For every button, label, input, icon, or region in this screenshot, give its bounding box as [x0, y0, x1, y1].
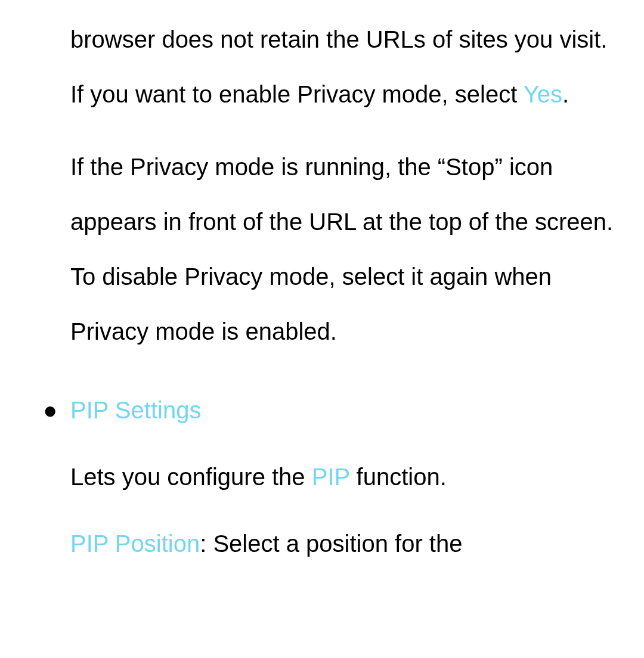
text-segment: : Select a position for the — [200, 530, 462, 557]
highlight-yes: Yes — [524, 81, 562, 107]
section-title-pip-settings: PIP Settings — [70, 383, 626, 437]
text-segment: Lets you configure the — [70, 464, 312, 490]
paragraph-pip-configure: Lets you configure the PIP function. — [70, 449, 626, 504]
text-segment: If the Privacy mode is running, the “Sto… — [70, 154, 613, 344]
document-content: browser does not retain the URLs of site… — [70, 12, 626, 571]
highlight-pip-position: PIP Position — [70, 530, 200, 557]
text-segment: function. — [349, 464, 446, 490]
bullet-item-pip: ● PIP Settings Lets you configure the PI… — [70, 383, 626, 571]
paragraph-privacy-running: If the Privacy mode is running, the “Sto… — [70, 139, 626, 359]
paragraph-pip-position: PIP Position: Select a position for the — [70, 516, 626, 571]
highlight-pip: PIP — [312, 464, 350, 490]
bullet-marker-icon: ● — [43, 383, 57, 437]
text-segment: . — [562, 81, 569, 107]
paragraph-privacy-enable: browser does not retain the URLs of site… — [70, 12, 626, 122]
